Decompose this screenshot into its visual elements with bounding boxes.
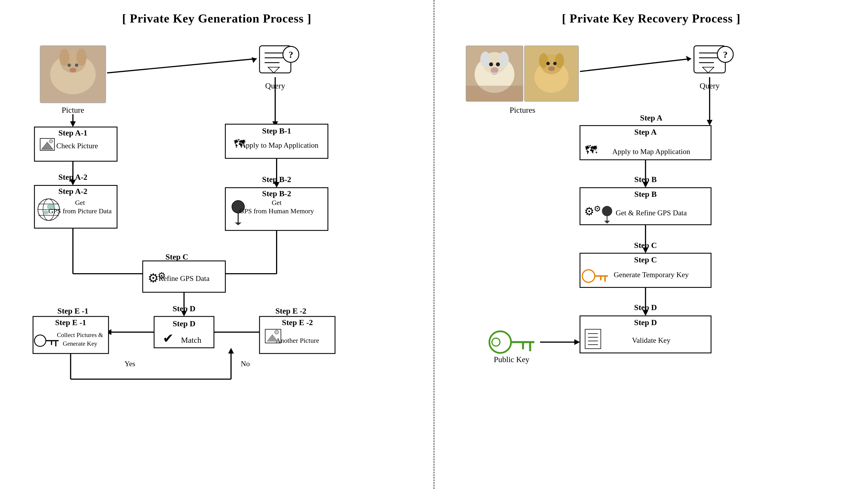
svg-text:Apply to Map Application: Apply to Map Application <box>612 147 690 156</box>
svg-text:No: No <box>241 360 250 368</box>
right-flow-svg: Pictures ? Query Step A Step A 🗺 Apply t… <box>452 37 851 476</box>
svg-text:GPS from Human Memory: GPS from Human Memory <box>239 207 314 215</box>
svg-text:Step B: Step B <box>634 190 657 198</box>
svg-text:Validate Key: Validate Key <box>632 336 671 344</box>
svg-text:?: ? <box>288 50 293 60</box>
svg-text:Get: Get <box>272 199 282 206</box>
svg-marker-94 <box>228 348 234 354</box>
svg-point-118 <box>553 62 557 65</box>
svg-text:Generate Key: Generate Key <box>63 340 97 347</box>
svg-point-107 <box>499 52 509 67</box>
svg-text:Step B-2: Step B-2 <box>262 175 291 184</box>
svg-text:Step A-1: Step A-1 <box>58 128 87 137</box>
svg-text:Step D: Step D <box>173 319 195 328</box>
svg-text:Get: Get <box>75 199 85 206</box>
left-panel: [ Private Key Generation Process ] Pictu… <box>0 0 434 489</box>
svg-text:Step B: Step B <box>634 175 657 184</box>
svg-point-42 <box>43 210 49 214</box>
svg-text:⚙: ⚙ <box>594 204 601 213</box>
svg-text:Step A: Step A <box>640 113 662 122</box>
svg-text:GPS from Picture Data: GPS from Picture Data <box>49 207 112 215</box>
svg-rect-111 <box>466 86 523 101</box>
svg-text:Step A: Step A <box>634 127 657 136</box>
svg-text:Picture: Picture <box>62 105 84 115</box>
svg-marker-20 <box>251 57 257 63</box>
svg-point-165 <box>492 338 500 346</box>
svg-point-101 <box>275 330 279 334</box>
svg-text:Step C: Step C <box>634 255 657 264</box>
svg-marker-168 <box>574 339 580 345</box>
right-panel-title: [ Private Key Recovery Process ] <box>452 11 851 25</box>
svg-marker-132 <box>707 120 712 126</box>
svg-text:Step D: Step D <box>173 304 195 313</box>
svg-text:Step B-1: Step B-1 <box>262 126 291 135</box>
left-flow-svg: Picture ? Query <box>17 37 416 476</box>
svg-text:Refine GPS Data: Refine GPS Data <box>158 274 210 283</box>
svg-text:Public Key: Public Key <box>494 355 530 364</box>
svg-rect-172 <box>585 329 601 348</box>
svg-text:Generate Temporary Key: Generate Temporary Key <box>614 271 689 279</box>
svg-text:Step E -1: Step E -1 <box>58 306 88 315</box>
svg-point-116 <box>555 53 564 68</box>
svg-point-110 <box>491 67 499 73</box>
svg-text:Get & Refine GPS Data: Get & Refine GPS Data <box>616 209 687 217</box>
svg-point-29 <box>49 140 53 143</box>
main-container: [ Private Key Generation Process ] Pictu… <box>0 0 868 489</box>
svg-text:Step C: Step C <box>166 252 188 261</box>
svg-point-145 <box>602 206 612 216</box>
svg-text:✔: ✔ <box>163 331 174 346</box>
svg-text:Another Picture: Another Picture <box>276 337 319 344</box>
svg-text:Step B-2: Step B-2 <box>262 189 291 198</box>
svg-text:⚙: ⚙ <box>584 205 594 218</box>
svg-rect-9 <box>40 46 106 103</box>
svg-point-119 <box>548 66 555 71</box>
svg-text:Step E -2: Step E -2 <box>275 306 306 315</box>
svg-text:🗺: 🗺 <box>585 143 597 157</box>
svg-text:Step E -2: Step E -2 <box>282 318 313 327</box>
svg-text:Apply to Map Application: Apply to Map Application <box>241 141 318 149</box>
svg-text:Collect Pictures &: Collect Pictures & <box>57 332 103 338</box>
svg-point-109 <box>496 62 500 66</box>
svg-text:Step D: Step D <box>634 318 657 327</box>
left-panel-title: [ Private Key Generation Process ] <box>17 11 416 25</box>
svg-point-106 <box>480 52 491 67</box>
svg-point-117 <box>546 62 550 65</box>
svg-text:Step E -1: Step E -1 <box>55 318 86 327</box>
svg-text:Step A-2: Step A-2 <box>58 187 87 196</box>
svg-text:?: ? <box>723 50 727 60</box>
svg-line-19 <box>107 59 257 73</box>
svg-line-129 <box>580 59 691 71</box>
svg-text:Check Picture: Check Picture <box>56 142 98 150</box>
svg-marker-24 <box>70 121 76 127</box>
right-panel: [ Private Key Recovery Process ] <box>434 0 868 489</box>
svg-text:Pictures: Pictures <box>509 105 535 115</box>
svg-point-108 <box>489 62 493 66</box>
svg-text:Yes: Yes <box>125 360 135 368</box>
svg-text:Step A-2: Step A-2 <box>58 173 87 182</box>
svg-text:Step D: Step D <box>634 303 657 312</box>
svg-point-115 <box>539 53 548 68</box>
svg-text:Match: Match <box>181 336 202 344</box>
svg-text:Step C: Step C <box>634 241 657 250</box>
